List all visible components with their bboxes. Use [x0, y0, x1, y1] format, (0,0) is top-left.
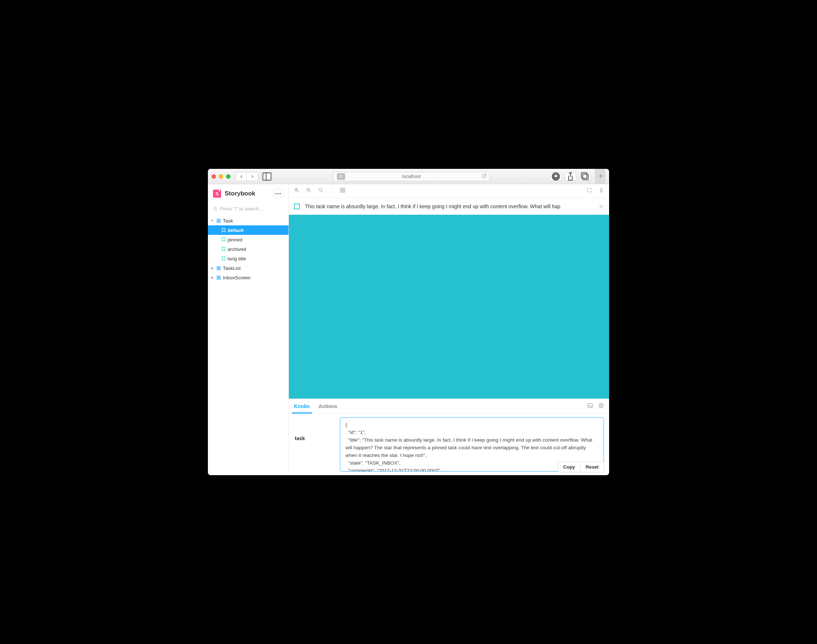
back-button[interactable] [236, 172, 247, 181]
address-bar[interactable]: localhost [333, 172, 490, 181]
group-label: Task [223, 218, 233, 224]
forward-button[interactable] [247, 172, 258, 181]
browser-titlebar: localhost + [208, 169, 609, 184]
privacy-icon [337, 173, 345, 180]
zoom-out-button[interactable] [306, 187, 311, 194]
maximize-window-button[interactable] [226, 174, 230, 179]
task-component: This task name is absurdly large. In fac… [289, 198, 609, 215]
reset-button[interactable]: Reset [581, 462, 604, 472]
star-icon[interactable]: ★ [598, 202, 604, 210]
story-long-title[interactable]: long title [208, 254, 288, 263]
svg-rect-7 [581, 173, 587, 178]
minimize-window-button[interactable] [219, 174, 223, 179]
addon-tabs: Knobs Actions [289, 399, 609, 414]
search-input[interactable]: Press "/" to search... [212, 205, 285, 213]
svg-rect-10 [217, 219, 218, 220]
chevron-right-icon: ▶ [210, 266, 215, 270]
json-line: "title": "This task name is absurdly lar… [345, 437, 599, 460]
svg-line-30 [321, 191, 322, 192]
story-label: archived [228, 247, 246, 252]
reload-icon[interactable] [482, 173, 487, 179]
svg-rect-0 [263, 173, 271, 180]
story-label: pinned [228, 237, 242, 242]
svg-line-23 [297, 191, 298, 192]
traffic-lights [212, 174, 230, 179]
address-text: localhost [402, 173, 420, 179]
grid-button[interactable] [340, 187, 345, 194]
tree-group-tasklist[interactable]: ▶ TaskList [208, 263, 288, 273]
svg-rect-17 [219, 268, 220, 270]
canvas-toolbar [289, 184, 609, 198]
zoom-reset-button[interactable] [318, 187, 323, 194]
panel-close-button[interactable] [598, 403, 604, 410]
story-tree: ▼ Task default pinned archive [208, 216, 288, 282]
knob-actions: Copy Reset [558, 462, 604, 472]
svg-rect-20 [217, 278, 218, 279]
canvas-background [289, 215, 609, 399]
task-checkbox[interactable] [294, 204, 300, 209]
svg-rect-16 [217, 268, 218, 270]
story-label: long title [228, 256, 246, 261]
component-icon [217, 276, 221, 280]
story-pinned[interactable]: pinned [208, 235, 288, 244]
zoom-in-button[interactable] [294, 187, 299, 194]
sidebar-header: S Storybook ••• [208, 184, 288, 203]
new-tab-button[interactable]: + [595, 169, 605, 184]
sidebar-menu-button[interactable]: ••• [273, 189, 284, 199]
svg-line-27 [309, 191, 310, 192]
knob-field-label: task [289, 414, 340, 475]
svg-rect-34 [343, 191, 345, 192]
sidebar: S Storybook ••• Press "/" to search... ▼… [208, 184, 289, 475]
svg-rect-21 [219, 278, 220, 279]
knobs-body: task { "id": "1", "title": "This task na… [289, 414, 609, 475]
panel-position-button[interactable] [587, 403, 593, 410]
toolbar-separator [331, 187, 332, 195]
brand-title: Storybook [225, 190, 255, 197]
json-line: { [345, 421, 599, 429]
svg-rect-19 [219, 276, 220, 277]
svg-rect-33 [341, 191, 342, 192]
addons-panel: Knobs Actions task { "id": "1", "title":… [289, 399, 609, 475]
svg-rect-31 [341, 188, 342, 190]
chevron-right-icon: ▶ [210, 276, 215, 279]
svg-point-29 [319, 189, 322, 192]
fullscreen-button[interactable] [587, 187, 592, 194]
component-icon [217, 219, 221, 223]
downloads-button[interactable] [550, 172, 562, 181]
main-panel: This task name is absurdly large. In fac… [289, 184, 609, 475]
svg-point-8 [214, 207, 216, 210]
svg-rect-35 [588, 403, 592, 407]
tab-knobs[interactable]: Knobs [294, 399, 310, 413]
story-default[interactable]: default [208, 225, 288, 235]
sidebar-toggle-button[interactable] [261, 172, 273, 181]
story-icon [222, 228, 225, 232]
svg-rect-6 [583, 174, 588, 179]
svg-line-9 [216, 209, 217, 210]
tabs-button[interactable] [579, 172, 591, 181]
close-window-button[interactable] [212, 174, 216, 179]
svg-rect-13 [219, 221, 220, 222]
group-label: TaskList [223, 265, 241, 271]
svg-rect-15 [219, 266, 220, 268]
story-icon [222, 247, 225, 251]
tab-actions[interactable]: Actions [319, 399, 337, 413]
open-external-button[interactable] [599, 187, 604, 194]
storybook-app: S Storybook ••• Press "/" to search... ▼… [208, 184, 609, 475]
share-button[interactable] [565, 172, 576, 181]
svg-rect-32 [343, 188, 345, 190]
story-label: default [228, 228, 244, 233]
search-icon [213, 206, 218, 211]
toolbar-right [550, 172, 591, 181]
copy-button[interactable]: Copy [558, 462, 581, 472]
preview-canvas: This task name is absurdly large. In fac… [289, 198, 609, 399]
tree-group-inbox[interactable]: ▶ InboxScreen [208, 273, 288, 282]
tree-group-task[interactable]: ▼ Task [208, 216, 288, 225]
svg-rect-12 [217, 221, 218, 222]
storybook-logo-icon: S [213, 190, 221, 198]
group-label: InboxScreen [223, 275, 251, 281]
svg-rect-18 [217, 276, 218, 277]
component-icon [217, 266, 221, 270]
json-line: "id": "1", [345, 429, 599, 437]
story-archived[interactable]: archived [208, 244, 288, 254]
task-title-text: This task name is absurdly large. In fac… [305, 204, 593, 209]
